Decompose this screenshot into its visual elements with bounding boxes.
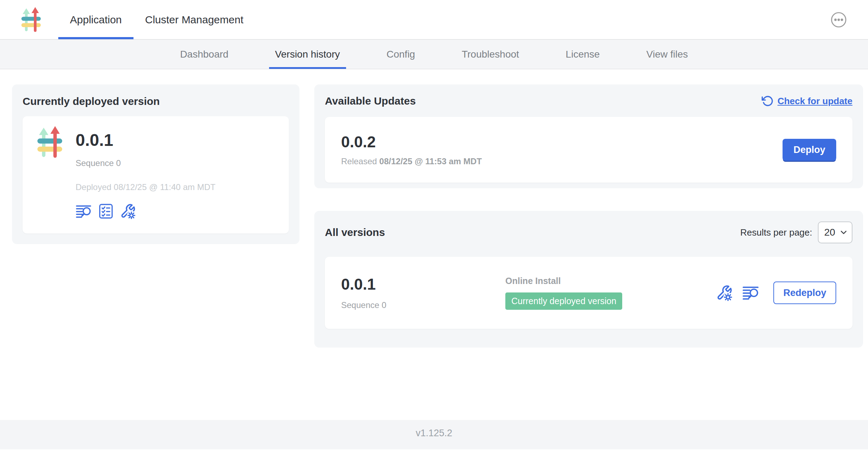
results-per-page-label: Results per page: <box>740 227 812 238</box>
version-number: 0.0.1 <box>341 276 505 293</box>
install-type-label: Online Install <box>505 276 716 286</box>
update-row: 0.0.2 Released 08/12/25 @ 11:53 am MDT D… <box>325 117 852 183</box>
deploy-button[interactable]: Deploy <box>783 139 836 161</box>
lines-magnifier-icon[interactable] <box>742 285 759 301</box>
wrench-gear-icon[interactable] <box>716 285 732 301</box>
currently-deployed-badge: Currently deployed version <box>505 292 622 310</box>
currently-deployed-card: Currently deployed version 0.0.1 Sequenc… <box>12 84 299 244</box>
right-column: Available Updates Check for update 0.0.2… <box>314 84 863 420</box>
wrench-gear-icon[interactable] <box>120 203 136 219</box>
all-versions-header: All versions Results per page: 20 <box>325 221 852 243</box>
available-updates-card: Available Updates Check for update 0.0.2… <box>314 84 863 188</box>
top-tabs: Application Cluster Management <box>58 0 255 39</box>
subnav-item-config[interactable]: Config <box>381 40 421 69</box>
console-version: v1.125.2 <box>416 428 452 449</box>
deployed-version-panel: 0.0.1 Sequence 0 Deployed 08/12/25 @ 11:… <box>23 116 289 233</box>
app-logo-icon <box>37 126 63 159</box>
deployed-sequence: Sequence 0 <box>76 158 215 168</box>
all-versions-title: All versions <box>325 226 385 238</box>
update-released-timestamp: Released 08/12/25 @ 11:53 am MDT <box>341 156 482 166</box>
version-sequence: Sequence 0 <box>341 300 505 310</box>
subnav-item-license[interactable]: License <box>560 40 606 69</box>
app-subnav: Dashboard Version history Config Trouble… <box>0 40 868 69</box>
available-updates-title: Available Updates <box>325 95 416 107</box>
released-date: 08/12/25 @ 11:53 am MDT <box>379 156 482 166</box>
deployed-version-info: 0.0.1 Sequence 0 Deployed 08/12/25 @ 11:… <box>76 126 215 224</box>
ellipsis-menu-icon[interactable] <box>831 12 847 28</box>
chevron-down-icon <box>840 230 847 235</box>
tab-cluster-management[interactable]: Cluster Management <box>133 0 255 39</box>
refresh-ccw-icon[interactable] <box>761 95 773 107</box>
update-version-number: 0.0.2 <box>341 133 482 151</box>
available-updates-header: Available Updates Check for update <box>325 95 852 107</box>
checklist-icon[interactable] <box>99 203 113 219</box>
all-versions-card: All versions Results per page: 20 0.0.1 … <box>314 211 863 348</box>
version-row-status: Online Install Currently deployed versio… <box>505 276 716 310</box>
subnav-item-view-files[interactable]: View files <box>640 40 694 69</box>
results-per-page-select[interactable]: 20 <box>818 221 852 243</box>
subnav-item-version-history[interactable]: Version history <box>269 40 346 69</box>
version-row-info: 0.0.1 Sequence 0 <box>341 276 505 310</box>
tab-application[interactable]: Application <box>58 0 133 39</box>
version-row-actions: Redeploy <box>716 282 836 304</box>
results-per-page: Results per page: 20 <box>740 221 852 243</box>
deployed-card-title: Currently deployed version <box>23 95 289 107</box>
app-header: Application Cluster Management <box>0 0 868 40</box>
page-footer: v1.125.2 <box>0 420 868 449</box>
version-row: 0.0.1 Sequence 0 Online Install Currentl… <box>325 257 852 329</box>
subnav-item-dashboard[interactable]: Dashboard <box>174 40 234 69</box>
deployed-actions <box>76 203 215 219</box>
results-per-page-value: 20 <box>824 227 835 238</box>
deployed-timestamp: Deployed 08/12/25 @ 11:40 am MDT <box>76 182 215 192</box>
redeploy-button[interactable]: Redeploy <box>773 282 836 304</box>
subnav-item-troubleshoot[interactable]: Troubleshoot <box>456 40 525 69</box>
check-for-update-link[interactable]: Check for update <box>761 95 852 107</box>
lines-magnifier-icon[interactable] <box>76 204 92 219</box>
main-content: Currently deployed version 0.0.1 Sequenc… <box>0 69 868 420</box>
released-prefix: Released <box>341 156 379 166</box>
app-logo-icon <box>21 7 41 32</box>
update-info: 0.0.2 Released 08/12/25 @ 11:53 am MDT <box>341 133 482 166</box>
header-right <box>831 0 868 39</box>
deployed-version-number: 0.0.1 <box>76 130 215 150</box>
check-for-update-label[interactable]: Check for update <box>778 96 852 107</box>
